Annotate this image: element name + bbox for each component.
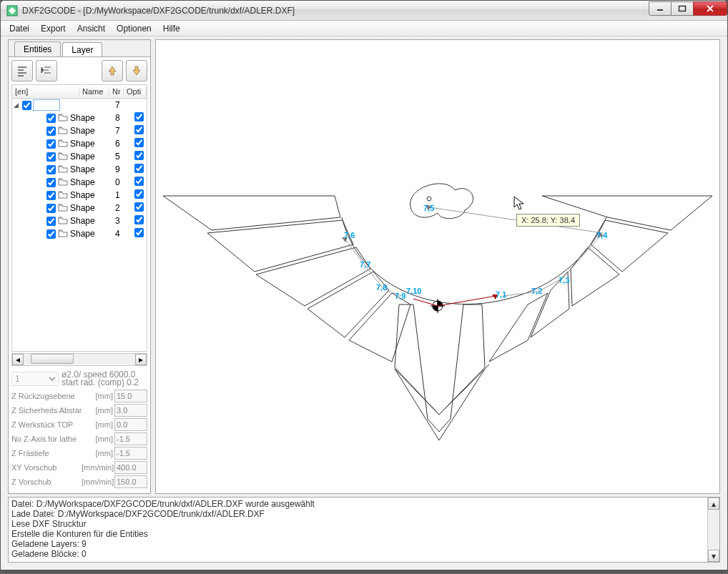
tree-hscrollbar[interactable]: ◂ ▸: [11, 353, 147, 366]
item-nr: 5: [115, 152, 131, 162]
item-nr: 3: [115, 216, 131, 226]
menu-view[interactable]: Ansicht: [72, 22, 111, 35]
folder-icon: [57, 152, 69, 162]
item-name: Shape: [69, 229, 115, 239]
tool-selector[interactable]: 1: [11, 372, 59, 386]
param-input[interactable]: [114, 404, 147, 417]
tree-header-nr[interactable]: Nr: [109, 87, 124, 96]
tree-item[interactable]: Shape 6: [12, 137, 147, 150]
align-left-button[interactable]: [11, 60, 33, 81]
maximize-button[interactable]: [671, 1, 694, 16]
tree-root-row[interactable]: ◢ 7: [12, 99, 147, 112]
item-nr: 8: [115, 113, 131, 123]
log-panel: Datei: D:/MyWorkspace/DXF2GCODE/trunk/dx…: [8, 497, 720, 563]
item-name: Shape: [69, 126, 115, 136]
menu-help[interactable]: Hilfe: [157, 22, 186, 35]
canvas-viewport[interactable]: 7,57,47,67,37,77,27,87,17,107,9 X: 25.8;…: [155, 39, 720, 494]
param-row: Z Frästiefe [mm]: [11, 446, 147, 460]
tree-item[interactable]: Shape 5: [12, 150, 147, 163]
tree-item[interactable]: Shape 7: [12, 124, 147, 137]
param-input[interactable]: [114, 447, 147, 460]
scroll-thumb[interactable]: [31, 354, 74, 364]
tree-item[interactable]: Shape 1: [12, 189, 147, 202]
item-opt-checkbox[interactable]: [134, 177, 144, 186]
item-en-checkbox[interactable]: [46, 152, 56, 162]
item-opt-checkbox[interactable]: [134, 164, 144, 173]
item-en-checkbox[interactable]: [46, 204, 56, 213]
param-input[interactable]: [114, 461, 147, 474]
tree-header-name[interactable]: Name: [79, 87, 109, 96]
tree-header-en[interactable]: [en]: [12, 87, 79, 96]
expand-icon[interactable]: ◢: [14, 102, 21, 109]
item-en-checkbox[interactable]: [46, 139, 56, 149]
param-row: Z Rückzugsebene [mm]: [11, 389, 147, 403]
tree-body: ◢ 7 Shape 8 Shape 7 Shape 6 Sha: [11, 99, 147, 352]
item-nr: 4: [115, 229, 131, 239]
close-button[interactable]: [693, 1, 727, 16]
param-unit: [mm]: [82, 449, 114, 457]
item-opt-checkbox[interactable]: [134, 112, 144, 122]
shape-label: 7,7: [360, 260, 370, 269]
tree-item[interactable]: Shape 3: [12, 214, 147, 227]
item-opt-checkbox[interactable]: [134, 151, 144, 160]
scroll-right-button[interactable]: ▸: [135, 354, 147, 365]
app-icon: [6, 5, 18, 16]
item-en-checkbox[interactable]: [46, 217, 56, 226]
item-en-checkbox[interactable]: [46, 165, 56, 174]
param-input[interactable]: [114, 390, 147, 402]
item-name: Shape: [69, 113, 115, 123]
window-controls: [649, 1, 727, 16]
svg-rect-1: [657, 9, 663, 11]
shape-label: 7,6: [344, 231, 355, 239]
tab-entities[interactable]: Entities: [14, 41, 61, 56]
folder-icon: [57, 229, 69, 239]
item-en-checkbox[interactable]: [46, 127, 56, 136]
tree-item[interactable]: Shape 4: [12, 227, 147, 240]
param-label: No Z-Axis for lathe: [11, 435, 82, 443]
item-name: Shape: [69, 177, 115, 187]
log-scroll-down[interactable]: ▾: [708, 550, 719, 562]
tree-item[interactable]: Shape 0: [12, 176, 147, 189]
item-nr: 6: [115, 139, 131, 149]
folder-icon: [57, 190, 69, 201]
indent-button[interactable]: [36, 60, 57, 81]
param-input[interactable]: [114, 432, 147, 445]
item-opt-checkbox[interactable]: [134, 228, 144, 237]
param-unit: [mm/min]: [82, 477, 114, 486]
param-input[interactable]: [114, 475, 147, 488]
item-nr: 2: [115, 203, 131, 213]
log-line: Datei: D:/MyWorkspace/DXF2GCODE/trunk/dx…: [11, 499, 717, 509]
param-label: XY Vorschub: [11, 463, 82, 472]
log-vscrollbar[interactable]: ▴ ▾: [707, 498, 719, 562]
tree-item[interactable]: Shape 9: [12, 163, 147, 176]
log-line: Lese DXF Strucktur: [11, 519, 717, 529]
menu-export[interactable]: Export: [35, 22, 72, 35]
item-en-checkbox[interactable]: [46, 191, 56, 200]
item-name: Shape: [69, 216, 115, 226]
tab-layer[interactable]: Layer: [62, 42, 102, 57]
scroll-left-button[interactable]: ◂: [12, 354, 24, 365]
item-opt-checkbox[interactable]: [134, 202, 144, 212]
item-opt-checkbox[interactable]: [134, 138, 144, 147]
menu-options[interactable]: Optionen: [111, 22, 157, 35]
item-opt-checkbox[interactable]: [134, 125, 144, 134]
item-en-checkbox[interactable]: [46, 178, 56, 187]
item-en-checkbox[interactable]: [46, 114, 56, 123]
root-checkbox[interactable]: [22, 101, 31, 110]
menu-file[interactable]: Datei: [4, 22, 35, 35]
log-line: Geladene Blöcke: 0: [11, 549, 717, 559]
log-scroll-up[interactable]: ▴: [708, 498, 719, 510]
tree-item[interactable]: Shape 8: [12, 112, 147, 124]
tree-header-opt[interactable]: Opti: [124, 87, 147, 96]
item-en-checkbox[interactable]: [46, 229, 56, 239]
param-input[interactable]: [114, 418, 147, 431]
minimize-button[interactable]: [649, 1, 672, 16]
item-opt-checkbox[interactable]: [134, 189, 144, 199]
titlebar[interactable]: DXF2GCODE - [D:/MyWorkspace/DXF2GCODE/tr…: [1, 1, 727, 21]
move-down-button[interactable]: [126, 60, 147, 81]
tree-item[interactable]: Shape 2: [12, 202, 147, 214]
item-opt-checkbox[interactable]: [134, 215, 144, 224]
folder-icon: [57, 177, 69, 188]
root-edit-input[interactable]: [33, 99, 60, 111]
move-up-button[interactable]: [102, 60, 123, 81]
